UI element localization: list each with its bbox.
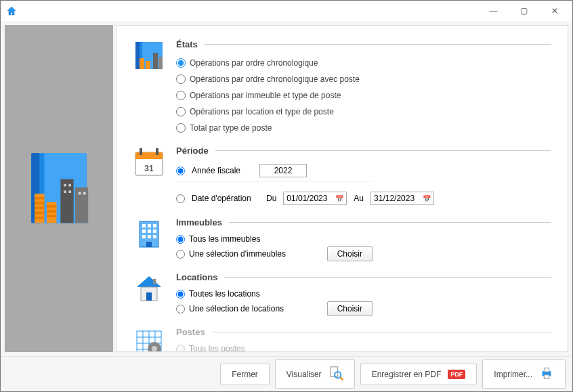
svg-rect-30 xyxy=(140,148,142,155)
calendar-picker-icon[interactable]: 📅 xyxy=(335,195,343,202)
svg-rect-25 xyxy=(146,61,150,69)
svg-marker-45 xyxy=(137,276,161,287)
locations-radio-sel[interactable] xyxy=(176,305,185,313)
section-etats: États Opérations par ordre chronologique… xyxy=(133,39,551,137)
house-icon xyxy=(133,272,165,307)
building-icon xyxy=(133,217,165,252)
svg-rect-38 xyxy=(142,230,146,233)
svg-rect-37 xyxy=(153,224,156,227)
svg-rect-18 xyxy=(68,190,71,193)
annee-input[interactable]: 2022 xyxy=(259,164,307,177)
locations-legend: Locations xyxy=(176,272,224,282)
svg-point-57 xyxy=(152,346,157,351)
etats-label-3[interactable]: Opérations par location et type de poste xyxy=(190,107,334,116)
periode-radio-dateop[interactable] xyxy=(176,194,185,203)
calendar-icon: 31 xyxy=(133,146,165,180)
periode-legend: Période xyxy=(176,146,215,156)
svg-rect-31 xyxy=(156,148,158,155)
svg-rect-22 xyxy=(135,42,140,69)
ledger-icon xyxy=(133,39,165,74)
svg-rect-36 xyxy=(148,224,151,227)
printer-icon xyxy=(539,366,554,383)
titlebar: — ▢ ✕ xyxy=(1,1,572,21)
visualiser-button[interactable]: Visualiser xyxy=(275,360,355,389)
periode-annee-label[interactable]: Année fiscale xyxy=(192,166,253,175)
etats-radio-0[interactable] xyxy=(176,58,186,68)
periode-fieldset: Période Année fiscale 2022 Date d'opérat… xyxy=(176,146,551,209)
immeubles-radio-all[interactable] xyxy=(176,235,185,244)
svg-rect-24 xyxy=(140,58,144,69)
au-label: Au xyxy=(354,194,364,203)
etats-fieldset: États Opérations par ordre chronologique… xyxy=(176,39,551,137)
periode-radio-annee[interactable] xyxy=(176,167,185,175)
app-window: — ▢ ✕ xyxy=(0,0,573,392)
locations-radio-all[interactable] xyxy=(176,290,185,299)
etats-radio-4[interactable] xyxy=(176,123,186,133)
svg-rect-5 xyxy=(35,202,44,204)
pdf-icon: PDF xyxy=(448,370,465,379)
svg-rect-48 xyxy=(153,279,156,284)
postes-radio-all xyxy=(176,345,185,353)
section-postes: Postes Tous les postes Une sélection de … xyxy=(133,327,551,352)
maximize-button[interactable]: ▢ xyxy=(509,1,539,21)
postes-fieldset: Postes Tous les postes Une sélection de … xyxy=(176,327,551,352)
immeubles-sel-label[interactable]: Une sélection d'immeubles xyxy=(189,249,286,259)
sidebar-illustration xyxy=(5,25,113,352)
postes-all-label: Tous les postes xyxy=(189,344,245,352)
etats-label-2[interactable]: Opérations par immeuble et type de poste xyxy=(190,91,341,100)
locations-all-label[interactable]: Toutes les locations xyxy=(189,289,260,299)
svg-text:31: 31 xyxy=(144,164,154,173)
etats-label-0[interactable]: Opérations par ordre chronologique xyxy=(190,58,318,68)
locations-sel-label[interactable]: Une sélection de locations xyxy=(189,304,284,313)
locations-choisir-button[interactable]: Choisir xyxy=(327,301,373,316)
section-locations: Locations Toutes les locations Une sélec… xyxy=(133,272,551,319)
etats-label-1[interactable]: Opérations par ordre chronologique avec … xyxy=(190,74,360,84)
immeubles-all-label[interactable]: Tous les immeubles xyxy=(189,234,260,244)
svg-rect-41 xyxy=(142,235,146,238)
svg-rect-4 xyxy=(35,197,44,200)
section-immeubles: Immeubles Tous les immeubles Une sélecti… xyxy=(133,217,551,264)
svg-rect-42 xyxy=(148,235,151,238)
svg-rect-19 xyxy=(79,192,81,194)
immeubles-radio-sel[interactable] xyxy=(176,250,185,259)
svg-rect-63 xyxy=(544,375,549,379)
svg-rect-12 xyxy=(47,215,56,217)
date-au-input[interactable]: 31/12/2023📅 xyxy=(370,192,434,205)
ledger-coins-icon xyxy=(18,148,100,230)
svg-rect-43 xyxy=(153,235,156,238)
svg-rect-15 xyxy=(64,183,66,186)
etats-label-4[interactable]: Total par type de poste xyxy=(190,123,272,133)
svg-rect-35 xyxy=(142,224,146,227)
etats-radio-2[interactable] xyxy=(176,91,186,100)
grid-gear-icon xyxy=(133,327,165,352)
svg-rect-11 xyxy=(47,210,56,213)
svg-rect-27 xyxy=(158,57,163,69)
home-icon xyxy=(6,5,17,16)
svg-rect-10 xyxy=(47,205,56,208)
postes-legend: Postes xyxy=(176,327,212,337)
svg-rect-17 xyxy=(64,190,66,193)
fermer-button[interactable]: Fermer xyxy=(220,364,270,385)
svg-line-60 xyxy=(340,377,343,380)
immeubles-choisir-button[interactable]: Choisir xyxy=(327,246,373,261)
minimize-button[interactable]: — xyxy=(478,1,509,21)
svg-rect-16 xyxy=(68,183,71,186)
immeubles-legend: Immeubles xyxy=(176,217,229,227)
periode-dateop-label[interactable]: Date d'opération xyxy=(192,194,259,203)
etats-radio-1[interactable] xyxy=(176,74,186,84)
svg-rect-7 xyxy=(35,211,44,214)
etats-radio-3[interactable] xyxy=(176,107,186,116)
close-button[interactable]: ✕ xyxy=(539,1,570,21)
svg-rect-8 xyxy=(35,216,44,219)
date-du-input[interactable]: 01/01/2023📅 xyxy=(283,192,347,205)
svg-rect-62 xyxy=(544,368,549,372)
svg-rect-20 xyxy=(83,192,86,194)
magnifier-page-icon xyxy=(328,366,343,383)
enregistrer-pdf-button[interactable]: Enregistrer en PDF PDF xyxy=(360,364,478,385)
svg-rect-26 xyxy=(153,53,158,69)
svg-rect-39 xyxy=(148,230,151,233)
calendar-picker-icon[interactable]: 📅 xyxy=(423,195,431,202)
content-area: États Opérations par ordre chronologique… xyxy=(1,21,572,356)
main-panel: États Opérations par ordre chronologique… xyxy=(116,25,568,352)
imprimer-button[interactable]: Imprimer... xyxy=(482,360,566,389)
